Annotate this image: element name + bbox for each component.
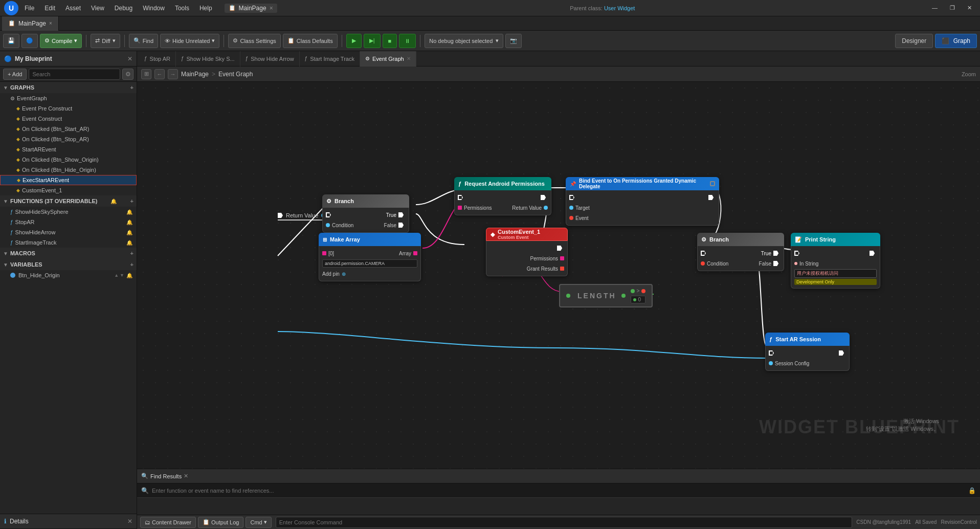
tab-show-hide-sky[interactable]: ƒ Show Hide Sky S... xyxy=(176,51,240,67)
file-tab-mainpage[interactable]: 📋 MainPage × xyxy=(2,16,59,31)
req-return-value-label: Return Value xyxy=(512,205,542,211)
menu-file[interactable]: File xyxy=(23,4,36,13)
debug-selector-arrow: ▾ xyxy=(496,37,499,44)
on-clicked-start-item[interactable]: ◆ On Clicked (Btn_Start_AR) xyxy=(0,124,137,134)
find-lock-icon[interactable]: 🔒 xyxy=(968,487,976,494)
branch-node-1[interactable]: ⚙ Branch True Condition False xyxy=(322,194,409,233)
functions-section-header[interactable]: ▼ FUNCTIONS (3T OVERRIDABLE) 🔔 + xyxy=(0,195,137,207)
restore-button[interactable]: ❐ xyxy=(946,4,959,12)
pause-button[interactable]: ⏸ xyxy=(399,34,416,48)
forward-button[interactable]: → xyxy=(168,69,178,79)
menu-window[interactable]: Window xyxy=(141,4,167,13)
resume-button[interactable]: ▶| xyxy=(364,34,381,48)
tab-close[interactable]: × xyxy=(270,5,273,12)
camera-button[interactable]: 📷 xyxy=(505,34,522,48)
request-android-node[interactable]: ƒ Request Android Permissions Permission… xyxy=(454,177,551,215)
cmd-button[interactable]: Cmd ▾ xyxy=(246,517,271,528)
menu-tools[interactable]: Tools xyxy=(173,4,191,13)
show-hide-sky-sphere-item[interactable]: ƒ ShowHideSkySphere 🔔 xyxy=(0,207,137,217)
blueprint-button[interactable]: 🔵 xyxy=(21,34,38,48)
find-input[interactable] xyxy=(152,488,968,494)
on-clicked-hide-item[interactable]: ◆ On Clicked (Btn_Hide_Origin) xyxy=(0,165,137,175)
tab-show-hide-arrow[interactable]: ƒ Show Hide Arrow xyxy=(240,51,300,67)
var-arrows-0: ▲▼ xyxy=(114,273,124,278)
blueprint-canvas[interactable]: Return Value ⚙ Branch True xyxy=(137,82,980,469)
start-ar-event-item[interactable]: ◆ StartAREvent xyxy=(0,144,137,155)
back-button[interactable]: ← xyxy=(154,69,165,79)
find-close-button[interactable]: ✕ xyxy=(184,473,188,479)
graph-button[interactable]: ⬛ Graph xyxy=(935,34,977,48)
custom-event-node[interactable]: ◆ CustomEvent_1 Custom Event Permissions xyxy=(486,228,568,276)
macros-section-header[interactable]: ▼ MACROS + xyxy=(0,248,137,259)
eventgraph-label: EventGraph xyxy=(17,95,47,101)
custom-event-icon: ◆ xyxy=(491,231,495,238)
menu-debug[interactable]: Debug xyxy=(113,4,135,13)
eventgraph-item[interactable]: ⚙ EventGraph xyxy=(0,93,137,103)
event-pre-construct-item[interactable]: ◆ Event Pre Construct xyxy=(0,103,137,114)
event-construct-item[interactable]: ◆ Event Construct xyxy=(0,114,137,124)
my-blueprint-close[interactable]: ✕ xyxy=(127,55,132,62)
find-button[interactable]: 🔍 Find xyxy=(129,34,158,48)
minimize-button[interactable]: — xyxy=(928,4,942,12)
stop-button[interactable]: ■ xyxy=(383,34,397,48)
class-settings-button[interactable]: ⚙ Class Settings xyxy=(228,34,280,48)
hide-label: Hide Unrelated xyxy=(172,38,210,44)
print-string-node[interactable]: 📝 Print String In String 用户未授权相机访问 Devel… xyxy=(791,233,880,289)
add-button[interactable]: + Add xyxy=(3,69,27,80)
settings-button[interactable]: ⚙ xyxy=(122,69,133,80)
event-construct-label: Event Construct xyxy=(22,116,62,122)
req-exec-row xyxy=(455,192,551,203)
stop-ar-item[interactable]: ƒ StopAR 🔔 xyxy=(0,217,137,227)
request-android-label: Request Android Permissions xyxy=(464,181,545,187)
exec-start-ar-event-item[interactable]: ◆ ExecStartAREvent xyxy=(0,175,137,185)
on-clicked-show-item[interactable]: ◆ On Clicked (Btn_Show_Origin) xyxy=(0,155,137,165)
custom-event-1-item[interactable]: ◆ CustomEvent_1 xyxy=(0,185,137,195)
tab-event-graph[interactable]: ⚙ Event Graph ✕ xyxy=(360,51,416,67)
functions-add-icon[interactable]: + xyxy=(130,198,133,204)
tab-close-btn[interactable]: × xyxy=(49,20,52,26)
menu-help[interactable]: Help xyxy=(197,4,214,13)
start-image-track-item[interactable]: ƒ StartImageTrack 🔔 xyxy=(0,237,137,248)
branch2-exec-in xyxy=(701,251,706,256)
diff-button[interactable]: ⇄ Diff ▾ xyxy=(91,34,120,48)
expand-button[interactable]: ⊞ xyxy=(141,69,151,79)
menu-asset[interactable]: Asset xyxy=(63,4,83,13)
graphs-section-header[interactable]: ▼ GRAPHS + xyxy=(0,82,137,93)
find-tab[interactable]: 🔍 Find Results ✕ xyxy=(141,473,188,479)
output-log-button[interactable]: 📋 Output Log xyxy=(198,517,243,528)
hide-unrelated-button[interactable]: 👁 Hide Unrelated ▾ xyxy=(160,34,219,48)
class-defaults-button[interactable]: 📋 Class Defaults xyxy=(283,34,338,48)
debug-selector[interactable]: No debug object selected ▾ xyxy=(425,34,503,48)
custom-permissions-label: Permissions xyxy=(530,256,558,261)
length-compare-row: > xyxy=(631,288,646,294)
close-button[interactable]: ✕ xyxy=(963,4,976,12)
menu-view[interactable]: View xyxy=(89,4,106,13)
start-ar-session-node[interactable]: ƒ Start AR Session Session Config xyxy=(765,333,850,371)
console-input[interactable] xyxy=(276,517,853,528)
menu-edit[interactable]: Edit xyxy=(42,4,57,13)
tab-start-image-track[interactable]: ƒ Start Image Track xyxy=(300,51,360,67)
bind-event-node[interactable]: 📌 Bind Event to On Permissions Granted D… xyxy=(566,177,719,226)
make-array-node[interactable]: ⊞ Make Array [0] Array android.permissio… xyxy=(319,233,421,281)
event-graph-tab-close[interactable]: ✕ xyxy=(407,56,411,61)
parent-class-link[interactable]: User Widget xyxy=(604,5,635,11)
variables-section-header[interactable]: ▼ VARIABLES + xyxy=(0,259,137,270)
on-clicked-stop-item[interactable]: ◆ On Clicked (Btn_Stop_AR) xyxy=(0,134,137,144)
compile-button[interactable]: ⚙ Compile ▾ xyxy=(40,34,82,48)
designer-button[interactable]: Designer xyxy=(895,34,933,48)
save-button[interactable]: 💾 xyxy=(3,34,19,48)
content-drawer-button[interactable]: 🗂 Content Drawer xyxy=(140,517,196,528)
variables-add-icon[interactable]: + xyxy=(130,261,133,268)
branch-node-2[interactable]: ⚙ Branch True Condition False xyxy=(697,233,784,271)
details-close[interactable]: ✕ xyxy=(127,518,132,525)
length-node[interactable]: LENGTH > 0 xyxy=(559,284,653,307)
divider-2 xyxy=(124,35,125,47)
macros-add-icon[interactable]: + xyxy=(130,250,133,256)
variable-btn-hide-origin[interactable]: Btn_Hide_Origin ▲▼ 🔔 xyxy=(0,270,137,280)
play-button[interactable]: ▶ xyxy=(346,34,362,48)
tab-stop-ar[interactable]: ƒ Stop AR xyxy=(139,51,176,67)
show-hide-arrow-item[interactable]: ƒ ShowHideArrow 🔔 xyxy=(0,227,137,237)
graphs-add-icon[interactable]: + xyxy=(130,84,133,91)
graph-tabs: ƒ Stop AR ƒ Show Hide Sky S... ƒ Show Hi… xyxy=(137,51,980,67)
search-input[interactable] xyxy=(29,69,120,80)
